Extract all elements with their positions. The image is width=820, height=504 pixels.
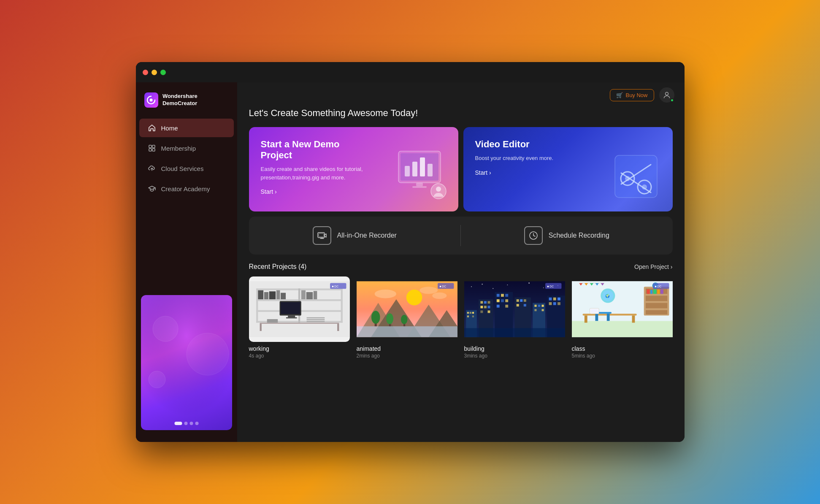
- svg-rect-142: [647, 289, 650, 294]
- svg-rect-43: [269, 291, 275, 299]
- project-card-class[interactable]: 🌍 ■ DC: [572, 276, 673, 359]
- project-time-class: 5mins ago: [572, 353, 673, 359]
- greeting-text: Let's Create Something Awesome Today!: [249, 108, 673, 119]
- svg-rect-119: [534, 305, 536, 307]
- maximize-button[interactable]: [160, 70, 166, 75]
- svg-point-9: [149, 371, 165, 388]
- project-thumb-working: ■ DC: [249, 276, 350, 342]
- svg-point-77: [401, 315, 407, 324]
- sidebar-item-cloud[interactable]: Cloud Services: [139, 159, 234, 178]
- svg-rect-89: [467, 312, 468, 314]
- svg-rect-98: [480, 306, 483, 308]
- sidebar: Wondershare DemoCreator Home: [136, 82, 237, 442]
- open-project-button[interactable]: Open Project ›: [634, 263, 672, 270]
- svg-rect-92: [467, 315, 468, 317]
- svg-rect-55: [337, 324, 339, 331]
- brand-icon: [144, 92, 158, 108]
- svg-rect-135: [572, 321, 673, 337]
- svg-rect-39: [341, 288, 342, 322]
- svg-rect-54: [260, 324, 261, 331]
- topbar: 🛒 Buy Now: [237, 82, 685, 108]
- online-indicator: [670, 98, 674, 102]
- svg-rect-128: [549, 302, 552, 305]
- svg-rect-110: [496, 305, 499, 308]
- svg-rect-107: [496, 299, 499, 302]
- recent-projects-header: Recent Projects (4) Open Project ›: [249, 263, 673, 271]
- svg-rect-29: [319, 233, 324, 237]
- svg-rect-115: [523, 299, 526, 302]
- svg-rect-1: [149, 145, 152, 148]
- svg-point-66: [432, 293, 447, 299]
- svg-rect-116: [516, 304, 519, 306]
- svg-text:■ DC: ■ DC: [655, 285, 661, 288]
- svg-rect-95: [480, 301, 483, 303]
- banner-dot-2: [184, 422, 187, 425]
- sidebar-item-home[interactable]: Home: [139, 119, 234, 137]
- svg-rect-130: [557, 302, 560, 305]
- svg-rect-154: [595, 314, 598, 321]
- svg-rect-15: [420, 157, 425, 176]
- nav-membership-label: Membership: [161, 145, 196, 152]
- schedule-recording-button[interactable]: Schedule Recording: [461, 217, 673, 255]
- svg-point-84: [507, 285, 508, 285]
- hero-cards-row: Start a New Demo Project Easily create a…: [249, 127, 673, 211]
- svg-rect-57: [306, 317, 325, 319]
- svg-point-75: [386, 313, 393, 324]
- main-content: 🛒 Buy Now Let's Create Something Awesome…: [237, 82, 685, 442]
- all-in-one-recorder-button[interactable]: All-in-One Recorder: [249, 217, 461, 255]
- svg-point-73: [371, 311, 379, 324]
- project-name-animated: animated: [357, 345, 457, 352]
- user-account-button[interactable]: [659, 87, 674, 103]
- svg-text:■ DC: ■ DC: [439, 285, 446, 288]
- demo-card-desc: Easily create and share videos for tutor…: [261, 165, 368, 182]
- svg-point-64: [374, 290, 396, 298]
- svg-rect-90: [469, 312, 471, 314]
- svg-rect-91: [472, 312, 474, 314]
- project-name-working: working: [249, 345, 350, 352]
- schedule-icon: [524, 226, 543, 245]
- svg-rect-111: [505, 305, 508, 308]
- svg-rect-4: [152, 149, 155, 151]
- close-button[interactable]: [143, 70, 148, 75]
- svg-rect-100: [487, 306, 490, 308]
- minimize-button[interactable]: [152, 70, 157, 75]
- sidebar-item-academy[interactable]: Creator Academy: [139, 179, 234, 198]
- svg-rect-102: [487, 310, 490, 313]
- svg-rect-96: [484, 301, 486, 303]
- buy-now-label: Buy Now: [625, 92, 647, 98]
- svg-rect-20: [412, 186, 427, 188]
- svg-rect-141: [645, 310, 667, 314]
- svg-rect-139: [645, 295, 667, 301]
- svg-rect-114: [520, 299, 522, 302]
- sidebar-banner: [141, 295, 232, 430]
- svg-rect-38: [256, 288, 258, 322]
- svg-rect-49: [286, 317, 297, 319]
- svg-point-85: [528, 282, 530, 284]
- svg-rect-45: [281, 293, 286, 299]
- demo-project-card[interactable]: Start a New Demo Project Easily create a…: [249, 127, 458, 211]
- svg-rect-44: [276, 290, 280, 299]
- svg-rect-47: [281, 302, 300, 314]
- svg-rect-126: [553, 298, 556, 301]
- svg-rect-145: [657, 290, 660, 294]
- svg-rect-50: [301, 290, 305, 299]
- content-area: Let's Create Something Awesome Today! St…: [237, 108, 685, 442]
- svg-point-7: [153, 316, 178, 341]
- svg-rect-120: [538, 305, 540, 307]
- svg-rect-97: [487, 301, 490, 303]
- svg-rect-122: [534, 309, 536, 311]
- project-card-working[interactable]: ■ DC working 4s ago: [249, 276, 350, 359]
- sidebar-item-membership[interactable]: Membership: [139, 139, 234, 157]
- project-card-animated[interactable]: ■ DC animated 2mins ago: [357, 276, 457, 359]
- home-icon: [148, 124, 156, 132]
- recorder-icon: [313, 226, 331, 245]
- video-editor-card[interactable]: Video Editor Boost your creativity even …: [463, 127, 673, 211]
- buy-now-button[interactable]: 🛒 Buy Now: [610, 89, 654, 101]
- svg-rect-71: [357, 326, 457, 337]
- svg-rect-58: [306, 319, 325, 320]
- svg-rect-152: [632, 315, 635, 322]
- project-card-building[interactable]: ■ DC building 3mins ago: [464, 276, 565, 359]
- svg-point-10: [665, 92, 668, 95]
- membership-icon: [148, 144, 156, 152]
- recorder-row: All-in-One Recorder Schedule Recording: [249, 217, 673, 255]
